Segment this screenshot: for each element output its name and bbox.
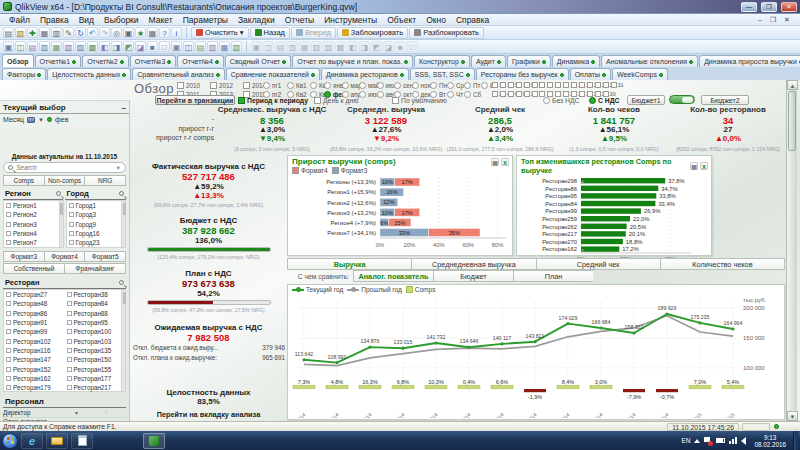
menu-Инструменты[interactable]: Инструменты	[319, 15, 382, 25]
city-item[interactable]: Город23	[67, 238, 126, 247]
region-item[interactable]: Регион1	[4, 201, 63, 210]
tab-Факторы[interactable]: Факторы	[2, 68, 46, 80]
qlikview-taskbar-icon[interactable]	[143, 433, 165, 449]
sheet-object-icon[interactable]: ◨	[359, 41, 370, 52]
city-item[interactable]: Город3	[67, 210, 126, 219]
tab-Графики[interactable]: Графики	[507, 55, 551, 67]
restaurant-item[interactable]: Ресторан102	[4, 336, 65, 345]
sheet-object-icon[interactable]: □	[407, 41, 418, 52]
restaurant-item[interactable]: Ресторан86	[4, 309, 65, 318]
ie-taskbar-icon[interactable]: e	[21, 433, 43, 449]
menu-Объект[interactable]: Объект	[382, 15, 421, 25]
restaurant-item[interactable]: Ресторан116	[4, 346, 65, 355]
list-scrollbar[interactable]	[121, 201, 125, 247]
edit-script-icon[interactable]: ✎	[63, 27, 74, 38]
open-icon[interactable]: ▧	[15, 27, 26, 38]
battery-icon[interactable]	[716, 438, 725, 443]
collapse-icon[interactable]: –	[122, 103, 126, 112]
menu-Справка[interactable]: Справка	[451, 15, 494, 25]
tab-Конструктор[interactable]: Конструктор	[414, 55, 470, 67]
dropdown-icon[interactable]: ▼	[38, 117, 44, 123]
menu-Макет[interactable]: Макет	[144, 15, 178, 25]
add-icon[interactable]: ✚	[27, 27, 38, 38]
format-tab-Формат4[interactable]: Формат4	[45, 251, 86, 262]
budget1-button[interactable]: Бюджет1	[627, 95, 665, 105]
filter-weekday-Сб[interactable]: Сб	[464, 91, 481, 98]
forward-button[interactable]: Вперед	[291, 27, 336, 39]
menu-Отчеты[interactable]: Отчеты	[280, 15, 319, 25]
new-document-icon[interactable]: ▤	[3, 27, 14, 38]
sheet-object-icon[interactable]: □	[159, 41, 170, 52]
sheet-object-icon[interactable]: ▦	[219, 41, 230, 52]
tab-Динамика[interactable]: Динамика	[552, 55, 600, 67]
tab-Целостность данных[interactable]: Целостность данных	[47, 68, 131, 80]
restaurant-item[interactable]: Ресторан48	[4, 299, 65, 308]
format-tab-Формат3[interactable]: Формат3	[3, 251, 45, 262]
comps-tab-Non-comps[interactable]: Non-comps	[45, 175, 86, 186]
reload-icon[interactable]: ↻	[75, 27, 86, 38]
lock-button[interactable]: Заблокировать	[337, 27, 408, 39]
clock[interactable]: 9:13 08.02.2016	[750, 434, 790, 448]
restaurant-item[interactable]: Ресторан103	[65, 336, 126, 345]
sheet-object-icon[interactable]: ▦	[51, 41, 62, 52]
dropdown-icon[interactable]: ▾	[75, 409, 78, 416]
sheet-object-icon[interactable]: ◨	[111, 41, 122, 52]
restaurant-item[interactable]: Ресторан99	[4, 327, 65, 336]
network-icon[interactable]	[729, 437, 737, 444]
minimize-button[interactable]: —	[741, 2, 757, 12]
metric-button-Выручка[interactable]: Выручка	[287, 258, 411, 270]
filter-weekday-Пн[interactable]: Пн	[430, 82, 447, 89]
tray-expand-icon[interactable]	[694, 439, 700, 443]
filter-weekday-Ср[interactable]: Ср	[447, 82, 464, 89]
filter-year-2012[interactable]: 2012	[210, 82, 233, 89]
tab-Отчет№1[interactable]: Отчет№1	[35, 55, 82, 67]
period-mode-Период к периоду[interactable]: Период к периоду	[238, 97, 308, 104]
notepad-taskbar-icon[interactable]	[71, 433, 93, 449]
city-item[interactable]: Город16	[67, 229, 126, 238]
ownership-tab-Собственный[interactable]: Собственный	[3, 263, 65, 274]
period-mode-День к дню[interactable]: День к дню	[314, 97, 358, 104]
region-item[interactable]: Регион7	[4, 238, 63, 247]
tab-Аудит[interactable]: Аудит	[471, 55, 506, 67]
restaurant-item[interactable]: Ресторан27	[4, 290, 65, 299]
restaurant-item[interactable]: Ресторан155	[65, 364, 126, 373]
sheet-object-icon[interactable]: ▧	[231, 41, 242, 52]
tab-Отчет№3[interactable]: Отчет№3	[130, 55, 177, 67]
sheet-object-icon[interactable]: ▧	[63, 41, 74, 52]
redo-icon[interactable]: ↷	[99, 27, 110, 38]
tab-Сравнение показателей[interactable]: Сравнение показателей	[226, 68, 320, 80]
vat-С НДС[interactable]: С НДС	[589, 97, 619, 104]
restaurant-item[interactable]: Ресторан217	[65, 383, 126, 392]
print-icon[interactable]: ▥	[51, 27, 62, 38]
budget2-button[interactable]: Бюджет2	[701, 95, 749, 105]
sheet-object-icon[interactable]: ▩	[87, 41, 98, 52]
start-button[interactable]	[2, 433, 18, 449]
search-icon[interactable]	[56, 191, 61, 196]
sheet-object-icon[interactable]: ◪	[383, 41, 394, 52]
current-selections-icon[interactable]: ▣	[123, 27, 134, 38]
tab-Сравнительный анализ[interactable]: Сравнительный анализ	[132, 68, 224, 80]
sheet-object-icon[interactable]: ▨	[323, 41, 334, 52]
bookmark-star-icon[interactable]: ★	[135, 27, 146, 38]
restore-button[interactable]: ❐	[761, 2, 777, 12]
menu-Окно[interactable]: Окно	[421, 15, 451, 25]
restaurant-item[interactable]: Ресторан38	[65, 290, 126, 299]
tab-WeekComps[interactable]: WeekComps	[612, 68, 668, 80]
scroll-up-icon[interactable]: ▲	[787, 80, 798, 90]
vat-Без НДС[interactable]: Без НДС	[543, 97, 580, 104]
compare-button-План[interactable]: План	[513, 270, 593, 282]
action-center-icon[interactable]	[704, 437, 712, 445]
filter-year-2010[interactable]: 2010	[177, 82, 200, 89]
close-button[interactable]: ✕	[781, 2, 797, 12]
scroll-down-icon[interactable]: ▼	[787, 411, 798, 421]
about-icon[interactable]: i	[171, 27, 182, 38]
restaurant-item[interactable]: Ресторан147	[4, 355, 65, 364]
restaurant-item[interactable]: Ресторан84	[65, 299, 126, 308]
send-to-excel-icon[interactable]: X	[501, 158, 509, 166]
search-icon[interactable]: ◎	[111, 27, 122, 38]
sheet-object-icon[interactable]: ▣	[3, 41, 14, 52]
sheet-object-icon[interactable]: ◩	[371, 41, 382, 52]
restaurant-item[interactable]: Ресторан91	[4, 318, 65, 327]
sheet-object-icon[interactable]: ◧	[347, 41, 358, 52]
goto-analysis-link[interactable]: Перейти на вкладку анализа	[131, 410, 286, 419]
